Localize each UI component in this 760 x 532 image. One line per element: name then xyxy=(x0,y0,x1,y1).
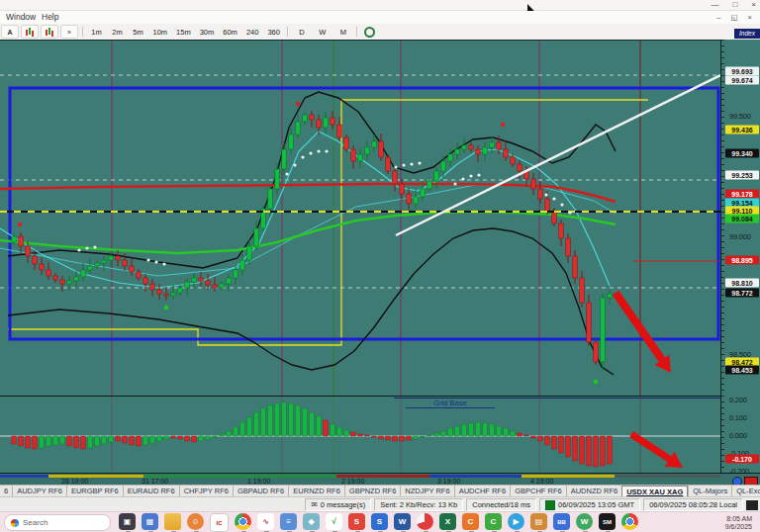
chart-toolbar: A » 1m2m5m10m15m30m60m240360 DWM xyxy=(0,24,760,41)
sm-app-icon[interactable]: SM xyxy=(599,513,616,530)
telegram-icon[interactable]: ▶ xyxy=(508,513,524,530)
period-D[interactable]: D xyxy=(292,26,311,38)
indicator-pane[interactable]: Grid Base xyxy=(0,396,720,474)
time-label: 1 19:00 xyxy=(247,478,270,485)
price-label: 99.436 xyxy=(725,126,759,134)
timeframe-5m[interactable]: 5m xyxy=(129,26,147,38)
timeframe-10m[interactable]: 10m xyxy=(149,26,171,38)
excel-icon[interactable]: X xyxy=(439,513,456,530)
widgets-icon[interactable]: ▣ xyxy=(119,513,136,530)
mini-chart-icon xyxy=(746,500,758,510)
menu-window[interactable]: Window xyxy=(6,11,36,24)
trading-chart-icon[interactable]: ∿ xyxy=(257,513,274,530)
maximize-icon[interactable]: □ xyxy=(732,0,737,10)
notes-icon[interactable]: ≡ xyxy=(280,513,297,530)
red-arrow-shaft xyxy=(631,434,670,459)
red-ma-line xyxy=(0,184,616,202)
sell-signal-dot xyxy=(501,123,505,127)
buy-signal-dot xyxy=(164,306,168,310)
period-M[interactable]: M xyxy=(333,26,352,38)
timeframe-60m[interactable]: 60m xyxy=(220,26,241,38)
toolbar-overflow-chevron[interactable]: » xyxy=(60,25,78,39)
connection-section: Connected/18 ms xyxy=(466,498,536,511)
price-label: -0.170 xyxy=(725,455,759,464)
timeframe-2m[interactable]: 2m xyxy=(108,26,127,38)
menu-help[interactable]: Help xyxy=(42,11,58,24)
sell-signal-dot xyxy=(18,222,22,226)
price-label: 99.178 xyxy=(725,190,759,199)
chrome-2-icon[interactable] xyxy=(621,513,638,530)
clock-time: 8:05 AM xyxy=(725,515,752,523)
child-close-icon[interactable]: × xyxy=(748,12,752,23)
s-blue-app-icon[interactable]: S xyxy=(371,513,388,530)
drawer-app-icon[interactable]: ▤ xyxy=(530,513,547,530)
gmt-time-section: 06/09/2025 13:05 GMT xyxy=(539,498,640,511)
buy-signal-dot xyxy=(594,380,598,384)
close-icon[interactable]: × xyxy=(751,0,756,10)
windows-taskbar: Search ▣▦☺IC∿≡◆√SSWXCC▶▤BBWSM 8:05 AM 9/… xyxy=(0,511,760,532)
messages-section: ✉ 0 message(s) xyxy=(305,498,371,511)
timeframe-15m[interactable]: 15m xyxy=(173,26,195,38)
candles-layer xyxy=(12,111,612,370)
price-axis[interactable]: 99.50099.00098.5000.2000.1000.000-0.100-… xyxy=(720,40,760,473)
traffic-section: Sent: 2 Kb/Recv: 13 Kb xyxy=(374,498,463,511)
time-label: 4 19:00 xyxy=(530,478,553,485)
window-controls: —□× xyxy=(711,0,756,10)
chrome-icon[interactable] xyxy=(235,513,251,530)
time-label: 31 17:00 xyxy=(142,478,168,485)
timeframe-1m[interactable]: 1m xyxy=(87,26,106,38)
taskbar-clock[interactable]: 8:05 AM 9/6/2025 xyxy=(725,515,760,531)
photos-icon[interactable]: ◆ xyxy=(303,513,320,530)
child-restore-icon[interactable]: ◱ xyxy=(731,12,738,23)
axis-tick: 99.500 xyxy=(729,112,751,121)
session-color-bar xyxy=(615,475,720,478)
chart-canvas[interactable] xyxy=(0,41,720,397)
annotation-tool-icon[interactable]: A xyxy=(1,25,19,39)
session-color-bar xyxy=(143,475,336,478)
price-label: 99.340 xyxy=(725,149,759,158)
time-label: 3 19:00 xyxy=(437,478,460,485)
ic-markets-icon[interactable]: IC xyxy=(210,513,229,532)
minimize-icon[interactable]: — xyxy=(711,0,718,10)
cyan-slow-ma-line xyxy=(0,185,616,276)
dashed-gridlines xyxy=(0,75,720,288)
price-label: 99.674 xyxy=(725,76,759,85)
child-minimize-icon[interactable]: – xyxy=(716,12,720,23)
settings-gear-icon[interactable] xyxy=(364,27,375,38)
bb-app-icon[interactable]: BB xyxy=(553,513,570,530)
indicator-canvas[interactable] xyxy=(0,397,720,474)
axis-tick: 99.000 xyxy=(729,232,751,241)
local-time-section: 06/09/2025 08:05:28 Local xyxy=(643,498,743,511)
w-green-app-icon[interactable]: W xyxy=(576,513,593,530)
c-orange-app-icon[interactable]: C xyxy=(462,513,479,530)
calculator-icon[interactable]: ▦ xyxy=(142,513,158,530)
traffic-text: Sent: 2 Kb/Recv: 13 Kb xyxy=(380,499,457,510)
check-app-icon[interactable]: √ xyxy=(326,513,342,530)
clock-date: 9/6/2025 xyxy=(725,523,752,531)
s-red-app-icon[interactable]: S xyxy=(348,513,365,530)
price-label: 98.895 xyxy=(725,256,759,265)
candle-style-2-icon[interactable] xyxy=(41,25,58,39)
price-label: 99.084 xyxy=(725,215,759,223)
file-explorer-icon[interactable] xyxy=(164,513,181,530)
main-chart-pane[interactable] xyxy=(0,40,720,397)
indicator-session-lines xyxy=(112,397,640,474)
candle-style-icon[interactable] xyxy=(21,25,39,39)
search-placeholder: Search xyxy=(23,518,48,527)
c-green-app-icon[interactable]: C xyxy=(485,513,502,530)
sell-signal-dot xyxy=(296,102,300,106)
histogram-bars xyxy=(12,402,612,467)
pie-app-icon[interactable] xyxy=(417,513,433,530)
trading-app-window: —□× Window Help –◱× A » 1m2m5m10m15m30m6… xyxy=(0,0,760,532)
word-icon[interactable]: W xyxy=(394,513,411,530)
timeframe-240[interactable]: 240 xyxy=(242,26,262,38)
connection-status-icon xyxy=(545,500,555,510)
period-W[interactable]: W xyxy=(313,26,332,38)
taskbar-search[interactable]: Search xyxy=(4,514,111,531)
timeframe-30m[interactable]: 30m xyxy=(196,26,218,38)
avatar-icon[interactable]: ☺ xyxy=(187,513,204,530)
psar-dots xyxy=(77,149,571,265)
timeframe-group: 1m2m5m10m15m30m60m240360 xyxy=(86,26,284,38)
timeframe-360[interactable]: 360 xyxy=(264,26,284,38)
axis-tick: 0.100 xyxy=(729,413,747,422)
